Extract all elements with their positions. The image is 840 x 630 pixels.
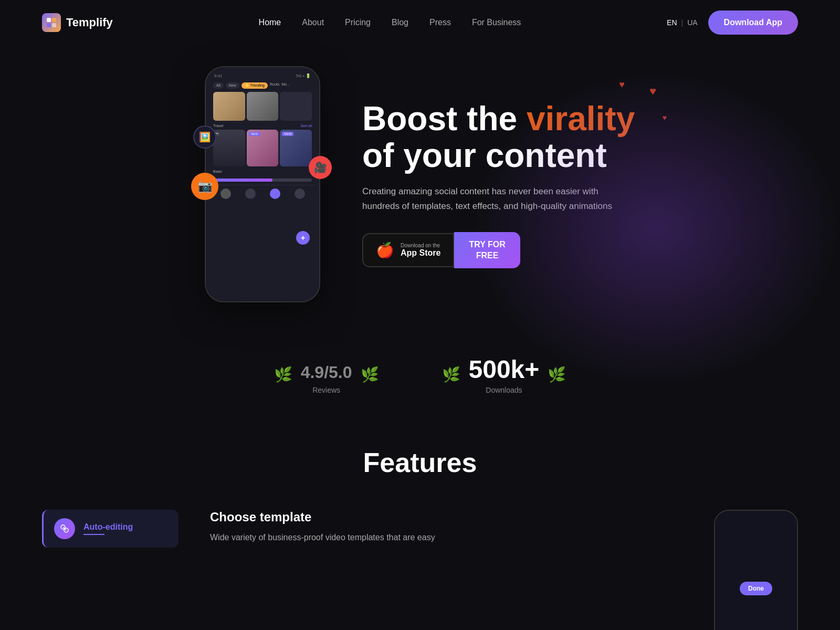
features-title: Features	[42, 447, 798, 478]
phone-progress-bar	[213, 178, 312, 182]
app-store-text: Download on the App Store	[401, 243, 440, 258]
hero-title-part2: of your content	[362, 136, 607, 174]
heart-icon-3: ♥	[663, 113, 667, 122]
lang-switcher: EN | UA	[667, 18, 698, 27]
svg-rect-2	[47, 23, 51, 27]
apple-icon: 🍎	[376, 242, 394, 259]
features-sidebar: Auto-editing	[42, 510, 178, 550]
features-content: Auto-editing Choose template Wide variet…	[42, 510, 798, 630]
phone-nav-icon-3	[270, 188, 280, 199]
phone-grid-top	[210, 91, 315, 122]
auto-editing-icon	[54, 518, 75, 539]
hero-section: 9:41 5G ▪ 🔋 All New ⭐ Trending Roots Mo.…	[0, 45, 840, 334]
try-free-button[interactable]: TRY FOR FREE	[454, 232, 520, 269]
app-buttons: 🍎 Download on the App Store TRY FOR FREE	[362, 232, 635, 269]
lang-en[interactable]: EN	[667, 18, 677, 27]
logo[interactable]: Templify	[42, 13, 113, 32]
lang-ua[interactable]: UA	[687, 18, 697, 27]
phone-section-label: Travel See all	[210, 122, 315, 129]
phone-frame: 9:41 5G ▪ 🔋 All New ⭐ Trending Roots Mo.…	[205, 66, 320, 302]
feature-choose-desc: Wide variety of business-proof video tem…	[210, 531, 682, 544]
stat-downloads-value: 500k+	[469, 355, 540, 384]
stat-rating-label: Reviews	[301, 386, 352, 394]
nav-for-business[interactable]: For Business	[472, 18, 521, 27]
done-badge: Done	[740, 582, 772, 595]
float-plus-icon: +	[296, 231, 310, 245]
nav-pricing[interactable]: Pricing	[345, 18, 371, 27]
stat-downloads-label: Downloads	[469, 386, 540, 394]
feature-tab-underline	[83, 534, 104, 535]
phone-nav-icon-4	[295, 188, 305, 199]
phone-tabs: All New ⭐ Trending Roots Mo...	[210, 80, 315, 91]
app-store-small-text: Download on the	[401, 243, 440, 248]
feature-tab-auto-editing[interactable]: Auto-editing	[42, 510, 178, 548]
svg-rect-3	[52, 23, 56, 27]
main-nav: Templify Home About Pricing Blog Press F…	[0, 0, 840, 45]
phone-grid-row2: 📷 NEW NEW	[210, 129, 315, 167]
nav-links: Home About Pricing Blog Press For Busine…	[259, 18, 521, 27]
laurel-left-downloads: 🌿	[442, 366, 460, 383]
phone-nav-icon-2	[245, 188, 256, 199]
features-section: Features Auto-editing Choose template	[0, 436, 840, 630]
float-camera-icon: 📷	[191, 173, 218, 200]
hero-content: ♥ ♥ ♥ Boost the virality of your content…	[362, 100, 635, 269]
try-free-line2: FREE	[476, 251, 499, 260]
laurel-right-downloads: 🌿	[548, 366, 566, 383]
feature-phone-screen: Done	[715, 511, 797, 630]
hero-title-accent: virality	[527, 100, 635, 138]
phone-mockup: 9:41 5G ▪ 🔋 All New ⭐ Trending Roots Mo.…	[205, 66, 320, 302]
features-main: Choose template Wide variety of business…	[210, 510, 682, 544]
phone-bottom-bar	[210, 185, 315, 202]
stat-rating-value: 4.9/5.0	[301, 355, 352, 384]
float-video-icon: 🎥	[309, 156, 332, 179]
nav-press[interactable]: Press	[429, 18, 451, 27]
lang-divider: |	[681, 18, 684, 27]
svg-line-6	[63, 527, 66, 530]
heart-icon-2: ♥	[619, 79, 625, 90]
float-photo-icon: 🖼️	[193, 125, 216, 149]
hero-description: Creating amazing social content has neve…	[362, 184, 635, 213]
stat-downloads-inner: 500k+ Downloads	[469, 355, 540, 394]
stat-reviews: 🌿 4.9/5.0 Reviews 🌿	[274, 355, 379, 394]
app-store-large-text: App Store	[401, 248, 440, 258]
nav-home[interactable]: Home	[259, 18, 281, 27]
nav-blog[interactable]: Blog	[392, 18, 408, 27]
feature-choose-title: Choose template	[210, 510, 682, 524]
laurel-left-reviews: 🌿	[274, 366, 292, 383]
stats-section: 🌿 4.9/5.0 Reviews 🌿 🌿 500k+ Downloads 🌿	[0, 334, 840, 436]
app-store-button[interactable]: 🍎 Download on the App Store	[362, 233, 454, 267]
phone-top-bar: 9:41 5G ▪ 🔋	[210, 71, 315, 80]
feature-phone-mockup: Done	[714, 510, 798, 630]
logo-icon	[42, 13, 61, 32]
svg-rect-0	[47, 18, 51, 22]
new-badge-1: NEW	[249, 132, 260, 136]
phone-basic-label: Basic	[210, 167, 315, 175]
feature-tab-auto-editing-label: Auto-editing	[83, 522, 133, 535]
stat-downloads: 🌿 500k+ Downloads 🌿	[442, 355, 566, 394]
phone-screen: 9:41 5G ▪ 🔋 All New ⭐ Trending Roots Mo.…	[206, 67, 319, 301]
new-badge-2: NEW	[282, 132, 293, 136]
hero-title: Boost the virality of your content	[362, 100, 635, 174]
stat-reviews-inner: 4.9/5.0 Reviews	[301, 355, 352, 394]
nav-right: EN | UA Download App	[667, 10, 798, 35]
phone-nav-icon-1	[220, 188, 231, 199]
hero-title-part1: Boost the	[362, 100, 527, 138]
laurel-right-reviews: 🌿	[361, 366, 379, 383]
nav-about[interactable]: About	[302, 18, 324, 27]
phone-progress-fill	[213, 178, 272, 182]
download-app-button[interactable]: Download App	[708, 10, 798, 35]
heart-icon-1: ♥	[649, 85, 656, 98]
svg-rect-1	[52, 18, 56, 22]
try-free-line1: TRY FOR	[469, 240, 505, 249]
